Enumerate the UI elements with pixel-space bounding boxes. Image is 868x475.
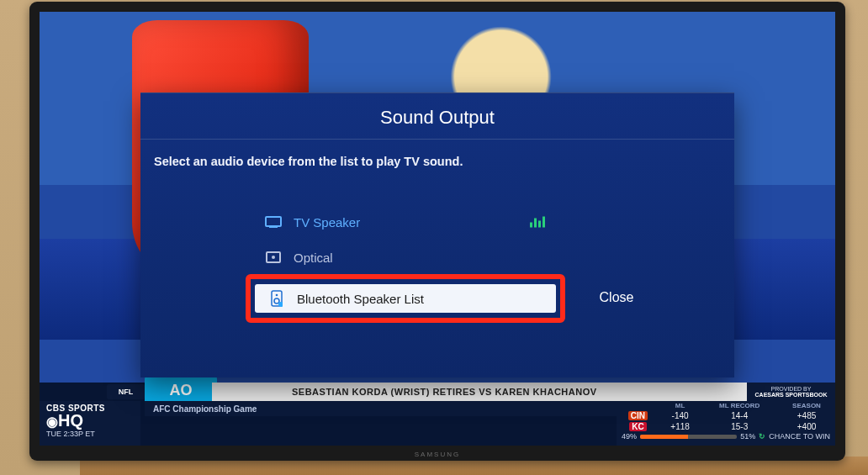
win-right-pct: 51%: [740, 432, 755, 441]
svg-rect-1: [270, 226, 277, 228]
nfl-tag: NFL: [107, 384, 145, 399]
broadcast-lower-third: NFL AO SEBASTIAN KORDA (WRIST) RETIRES V…: [40, 383, 835, 446]
odds-ml: -140: [659, 410, 701, 421]
audio-device-list: TV Speaker Optical: [251, 204, 558, 275]
odds-header-season: SEASON: [778, 401, 835, 410]
news-ticker: SEBASTIAN KORDA (WRIST) RETIRES VS KAREN…: [212, 383, 835, 401]
tv-icon: [265, 215, 282, 229]
tv-brand-label: SAMSUNG: [415, 451, 460, 458]
svg-rect-0: [266, 217, 281, 226]
odds-row: KC +118 15-3 +400: [617, 421, 835, 432]
odds-row: CIN -140 14-4 +485: [617, 410, 835, 421]
tv-screen: NFL AO SEBASTIAN KORDA (WRIST) RETIRES V…: [40, 12, 835, 446]
odds-season: +485: [778, 410, 835, 421]
optical-icon: [265, 251, 282, 264]
dialog-title: Sound Output: [140, 93, 734, 140]
provider-label: PROVIDED BY: [747, 386, 835, 392]
win-left-pct: 49%: [622, 432, 637, 441]
win-probability-bar: 49% 51% ↻ CHANCE TO WIN: [617, 432, 835, 441]
svg-point-6: [274, 298, 279, 303]
network-logo-block: CBS SPORTS ◉HQ TUE 2:33P ET: [40, 401, 140, 446]
broadcast-clock: TUE 2:33P ET: [46, 430, 134, 438]
odds-rec: 15-3: [701, 421, 778, 432]
close-button[interactable]: Close: [558, 282, 675, 313]
tv-frame: NFL AO SEBASTIAN KORDA (WRIST) RETIRES V…: [29, 2, 845, 461]
odds-season: +400: [778, 421, 835, 432]
team-symbol: KC: [629, 422, 646, 431]
option-tv-speaker[interactable]: TV Speaker: [251, 204, 558, 240]
option-bluetooth-speaker-list[interactable]: Bluetooth Speaker List: [255, 284, 556, 313]
odds-header-ml: ML: [659, 401, 701, 410]
odds-provider: PROVIDED BY CAESARS SPORTSBOOK: [747, 383, 835, 401]
tutorial-highlight-box: Bluetooth Speaker List: [246, 274, 565, 323]
odds-ml: +118: [659, 421, 701, 432]
network-hq: HQ: [58, 411, 83, 430]
chance-to-win-label: CHANCE TO WIN: [769, 432, 830, 441]
odds-header-rec: ML RECORD: [701, 401, 778, 410]
svg-point-5: [276, 294, 278, 297]
option-label: Bluetooth Speaker List: [297, 292, 424, 306]
option-label: TV Speaker: [294, 215, 360, 230]
svg-point-3: [272, 256, 275, 259]
betting-odds-panel: ML ML RECORD SEASON CIN -140 14-4 +485 K…: [617, 401, 835, 446]
news-subline: AFC Championship Game: [145, 401, 633, 416]
news-headline: SEBASTIAN KORDA (WRIST) RETIRES VS KAREN…: [292, 387, 597, 397]
dialog-subtitle: Select an audio device from the list to …: [140, 140, 734, 177]
odds-rec: 14-4: [701, 410, 778, 421]
bluetooth-speaker-icon: [268, 292, 285, 305]
team-symbol: CIN: [628, 411, 648, 420]
provider-name: CAESARS SPORTSBOOK: [747, 392, 835, 398]
option-label: Optical: [294, 251, 333, 265]
australian-open-badge: AO: [145, 376, 217, 404]
option-optical[interactable]: Optical: [251, 240, 558, 275]
sound-output-dialog: Sound Output Select an audio device from…: [140, 92, 734, 377]
audio-level-icon: [530, 217, 545, 228]
